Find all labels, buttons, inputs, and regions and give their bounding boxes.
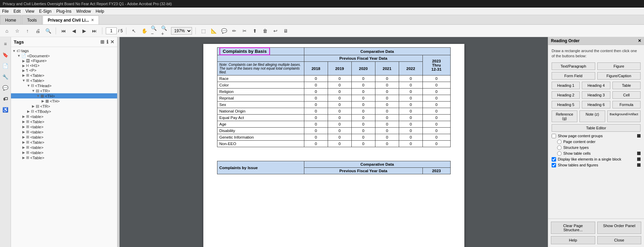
checkbox-tables-figures-input[interactable] (552, 163, 556, 167)
table-editor-btn[interactable]: Table Editor (552, 124, 641, 132)
comment-btn[interactable]: 💬 (220, 27, 228, 35)
clear-page-structure-btn[interactable]: Clear Page Structure... (551, 222, 595, 234)
background-artifact-btn[interactable]: Background/Artifact (607, 110, 641, 122)
expand-icon[interactable]: ▶ (21, 140, 26, 144)
close-btn[interactable]: Close (597, 236, 642, 244)
tree-item-table1[interactable]: ▶ ⊞ <Table> (11, 73, 117, 78)
tree-item-table8[interactable]: ▶ ⊞ <Table> (11, 140, 117, 145)
toolbar-print-btn[interactable]: 🖨 (34, 27, 42, 35)
highlight-btn[interactable]: ✏ (230, 27, 238, 35)
expand-icon[interactable]: ▶ (21, 156, 26, 160)
sidebar-icon-bookmark[interactable]: 🔖 (1, 51, 10, 59)
tree-item-tr1[interactable]: ▼ ▤ <TR> (11, 88, 117, 93)
toolbar-share-btn[interactable]: ↑ (23, 27, 32, 35)
nav-prev-btn[interactable]: ◀ (70, 27, 78, 35)
expand-icon[interactable]: ▶ (21, 135, 26, 139)
menu-edit[interactable]: Edit (13, 9, 21, 14)
toolbar-home-btn[interactable]: ⌂ (3, 27, 11, 35)
cursor-btn[interactable]: ↖ (130, 27, 138, 35)
nav-last-btn[interactable]: ⏭ (90, 27, 99, 35)
tree-item-th-selected[interactable]: ▼ ▦ <TH> (11, 93, 117, 98)
measure-btn[interactable]: 📐 (210, 27, 218, 35)
zoom-in-btn[interactable]: 🔍+ (161, 27, 169, 35)
radio-page-order[interactable] (557, 140, 562, 144)
tree-item-table11[interactable]: ▶ ⊞ <Table> (11, 155, 117, 160)
tree-item-table5[interactable]: ▶ ⊞ <table> (11, 124, 117, 129)
undo-btn[interactable]: ↩ (271, 27, 280, 35)
nav-next-btn[interactable]: ▶ (80, 27, 88, 35)
cell-btn[interactable]: Cell (612, 91, 641, 99)
help-btn[interactable]: Help (551, 236, 595, 244)
zoom-out-btn[interactable]: 🔍− (150, 27, 159, 35)
expand-icon[interactable]: ▼ (12, 49, 16, 53)
reading-order-close-icon[interactable]: ✕ (638, 38, 641, 43)
expand-icon[interactable]: ▶ (21, 145, 26, 149)
tree-item-figure[interactable]: ▶ 🖼 <Figure> (11, 58, 117, 63)
zoom-select[interactable]: 197% 100% 150% 200% (171, 27, 192, 35)
acrobat-btn[interactable]: 🖥 (282, 27, 290, 35)
sidebar-icon-accessibility[interactable]: ♿ (1, 106, 10, 114)
menu-window[interactable]: Window (76, 9, 91, 14)
hand-btn[interactable]: ✋ (140, 27, 148, 35)
tree-item-document[interactable]: ▼ 📄 <Document> (11, 53, 117, 58)
menu-file[interactable]: File (2, 9, 9, 14)
tree-item-table3[interactable]: ▶ ⊞ <table> (11, 114, 117, 119)
expand-icon[interactable]: ▼ (26, 84, 31, 87)
expand-icon[interactable]: ▶ (21, 125, 26, 129)
figure-btn[interactable]: Figure (597, 62, 641, 70)
tree-item-table4[interactable]: ▶ ⊞ <Table> (11, 119, 117, 124)
menu-esign[interactable]: E-Sign (39, 9, 52, 14)
heading4-btn[interactable]: Heading 4 (582, 82, 610, 89)
sidebar-icon-comment[interactable]: 💬 (1, 84, 10, 92)
sidebar-icon-page[interactable]: 📄 (1, 62, 10, 70)
edit-btn[interactable]: ✂ (240, 27, 249, 35)
tree-item-h1[interactable]: ▶ H <H1> (11, 63, 117, 68)
form-field-btn[interactable]: Form Field (552, 72, 595, 80)
heading3-btn[interactable]: Heading 3 (582, 91, 610, 99)
checkbox-single-block-input[interactable] (552, 157, 556, 162)
expand-icon[interactable]: ▶ (21, 115, 26, 118)
nav-first-btn[interactable]: ⏮ (59, 27, 68, 35)
expand-icon[interactable]: ▼ (21, 79, 26, 82)
tree-item-table6[interactable]: ▶ ⊞ <table> (11, 129, 117, 134)
expand-icon[interactable]: ▶ (21, 151, 26, 154)
tree-item-p[interactable]: ▶ ¶ <P> (11, 68, 117, 73)
pdf-area[interactable]: Complaints by Basis Comparative Data Pre… (120, 37, 548, 247)
tree-item-tbody[interactable]: ▶ ⊟ <TBody> (11, 109, 117, 114)
tab-tools[interactable]: Tools (22, 15, 42, 24)
page-number-input[interactable] (106, 27, 117, 34)
tree-item-table2[interactable]: ▼ ⊞ <Table> (11, 78, 117, 83)
expand-icon[interactable]: ▼ (31, 89, 36, 93)
expand-icon[interactable]: ▶ (21, 69, 26, 72)
radio-structure-types[interactable] (557, 145, 562, 150)
tree-item-th-child[interactable]: ▶ ▦ <TH> (11, 98, 117, 104)
expand-icon[interactable]: ▶ (21, 120, 26, 124)
expand-icon[interactable]: ▶ (21, 64, 26, 68)
tree-item-table9[interactable]: ▶ ⊞ <table> (11, 145, 117, 150)
reference-btn[interactable]: Reference (g) (552, 110, 577, 122)
heading2-btn[interactable]: Heading 2 (552, 91, 580, 99)
tree-item-thead[interactable]: ▼ ⊟ <THead> (11, 83, 117, 88)
tree-item-table7[interactable]: ▶ ⊞ <table> (11, 134, 117, 140)
toolbar-bookmark-btn[interactable]: ☆ (13, 27, 21, 35)
menu-view[interactable]: View (25, 9, 34, 14)
tree-item-tags[interactable]: ▼ 🏷 tags (11, 48, 117, 53)
note-btn[interactable]: Note (z) (579, 110, 605, 122)
heading6-btn[interactable]: Heading 6 (582, 101, 610, 108)
tab-close-icon[interactable]: ✕ (91, 18, 94, 22)
figure-caption-btn[interactable]: Figure/Caption (597, 72, 641, 80)
delete-btn[interactable]: 🗑 (261, 27, 269, 35)
checkbox-page-groups-input[interactable] (552, 134, 556, 138)
panel-info-icon[interactable]: ℹ (106, 39, 108, 45)
stamp-btn[interactable]: ⬆ (251, 27, 259, 35)
expand-icon[interactable]: ▼ (36, 94, 41, 98)
sidebar-icon-tools[interactable]: 🔧 (1, 73, 10, 81)
show-order-panel-btn[interactable]: Show Order Panel (597, 222, 642, 234)
expand-icon[interactable]: ▶ (21, 73, 26, 77)
tab-document[interactable]: Privacy and Civil Li... ✕ (43, 15, 99, 24)
expand-icon[interactable]: ▶ (21, 130, 26, 134)
sidebar-icon-tag[interactable]: 🏷 (1, 95, 10, 103)
tab-home[interactable]: Home (0, 15, 21, 24)
tree-item-tr2[interactable]: ▶ ▤ <TR> (11, 104, 117, 109)
expand-icon[interactable]: ▶ (21, 59, 26, 63)
